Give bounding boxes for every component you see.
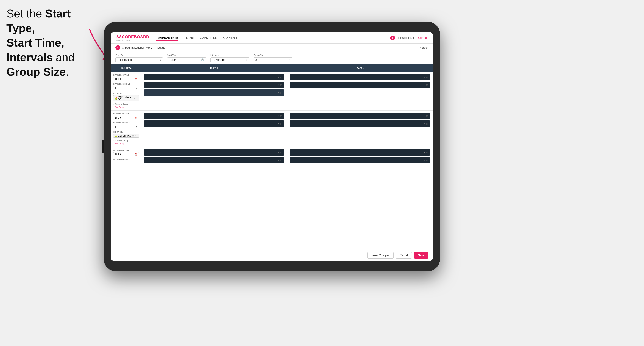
chevron-down-icon: ▾	[160, 59, 161, 61]
tab-teams[interactable]: TEAMS	[184, 35, 194, 40]
reset-changes-button[interactable]: Reset Changes	[368, 252, 394, 259]
bottom-bar: Reset Changes Cancel Save	[111, 250, 432, 261]
breadcrumb-separator: ›	[153, 46, 154, 49]
starting-time-value-3: 10:20	[115, 153, 121, 156]
intervals-select[interactable]: 10 Minutes ▾	[210, 57, 249, 62]
course-icon-2: ⛳	[114, 135, 117, 137]
player-row: ✕ ◻	[144, 74, 284, 80]
course-chevron-2: ▾	[135, 135, 136, 137]
player-remove-icon[interactable]: ✕ ◻	[278, 151, 282, 154]
player-remove-icon[interactable]: ✕ ◻	[278, 76, 282, 78]
cancel-button[interactable]: Cancel	[396, 252, 412, 259]
course-remove-1[interactable]: ✕	[134, 97, 136, 99]
nav-bar: SSCOREBOARD Powered by clippd TOURNAMENT…	[111, 32, 432, 43]
course-badge-1: ⛳ (A) Peachtree GC ✕ ▾	[113, 95, 139, 101]
start-time-field: Start Time 10:00 🕙	[167, 54, 206, 62]
player-row: ✕ ◻	[144, 89, 284, 96]
tablet-screen: SSCOREBOARD Powered by clippd TOURNAMENT…	[111, 32, 432, 261]
group-size-value: 3	[256, 58, 257, 61]
tablet-frame: SSCOREBOARD Powered by clippd TOURNAMENT…	[104, 21, 440, 271]
table-row: STARTING TIME: 10:00 ⏰ STARTING HOLE: 1 …	[111, 72, 432, 111]
remove-group-1[interactable]: ○ Remove Group	[113, 103, 139, 105]
logo-text: SSCOREBOARD	[116, 35, 149, 39]
chevron-down-icon-2: ▾	[246, 59, 247, 61]
starting-time-value-2: 10:10	[115, 117, 121, 119]
tee-time-col-3: STARTING TIME: 10:20 ⏰ STARTING HOLE:	[111, 147, 141, 173]
player-row: ✕ ◻	[290, 82, 430, 88]
nav-tabs: TOURNAMENTS TEAMS COMMITTEE RANKINGS	[156, 35, 390, 40]
instruction-bold3: Intervals	[6, 51, 53, 64]
player-remove-icon[interactable]: ✕ ◻	[424, 151, 428, 154]
starting-time-label-3: STARTING TIME:	[113, 149, 139, 151]
starting-hole-select-1[interactable]: 1 ▾	[113, 86, 139, 90]
player-remove-icon[interactable]: ✕ ◻	[424, 159, 428, 161]
tournament-name[interactable]: Clippd Invitational (Mo...	[122, 46, 152, 49]
player-row: ✕ ◻	[144, 149, 284, 156]
player-remove-icon[interactable]: ✕ ◻	[278, 159, 282, 161]
team1-col-1: ✕ ◻ ✕ ◻ ✕ ◻	[141, 72, 287, 110]
table-row: STARTING TIME: 10:20 ⏰ STARTING HOLE: ✕ …	[111, 147, 432, 173]
table-row: STARTING TIME: 10:10 ⏰ STARTING HOLE: 1 …	[111, 111, 432, 147]
intervals-field: Intervals 10 Minutes ▾	[210, 54, 249, 62]
starting-hole-select-2[interactable]: 1 ▾	[113, 125, 139, 129]
sign-out-link[interactable]: Sign out	[418, 36, 428, 39]
chevron-down-icon-hole-2: ▾	[136, 126, 138, 128]
player-remove-icon[interactable]: ✕ ◻	[278, 84, 282, 86]
starting-hole-label-1: STARTING HOLE:	[113, 83, 139, 85]
tab-committee[interactable]: COMMITTEE	[200, 35, 216, 40]
remove-group-icon-1: ○	[113, 103, 114, 105]
add-group-1[interactable]: + Add Group	[113, 106, 139, 108]
tab-tournaments[interactable]: TOURNAMENTS	[156, 35, 178, 40]
start-time-label: Start Time	[167, 54, 206, 56]
start-type-select[interactable]: 1st Tee Start ▾	[116, 57, 163, 62]
intervals-label: Intervals	[210, 54, 249, 56]
player-remove-icon[interactable]: ✕ ◻	[278, 92, 282, 94]
instruction-text: Set the Start Type, Start Time, Interval…	[6, 6, 97, 79]
course-label-1: COURSE:	[113, 92, 139, 94]
add-group-2[interactable]: + Add Group	[113, 142, 139, 145]
remove-group-icon-2: ○	[113, 139, 114, 142]
starting-time-label-2: STARTING TIME:	[113, 113, 139, 115]
player-remove-icon[interactable]: ✕ ◻	[278, 115, 282, 117]
starting-time-input-1[interactable]: 10:00 ⏰	[113, 77, 139, 81]
player-remove-icon[interactable]: ✕ ◻	[278, 123, 282, 125]
logo-sub: Powered by clippd	[116, 39, 149, 41]
start-time-select[interactable]: 10:00 🕙	[167, 57, 206, 62]
starting-hole-value-2: 1	[115, 126, 116, 128]
start-type-value: 1st Tee Start	[117, 58, 132, 61]
player-remove-icon[interactable]: ✕ ◻	[424, 76, 428, 78]
player-remove-icon[interactable]: ✕ ◻	[424, 84, 428, 86]
instruction-line1: Set the Start Type,	[6, 7, 71, 34]
player-row: ✕ ◻	[144, 82, 284, 88]
starting-hole-label-3: STARTING HOLE:	[113, 158, 139, 160]
breadcrumb-logo: C	[116, 45, 120, 50]
player-row: ✕ ◻	[290, 120, 430, 127]
settings-row: Start Type 1st Tee Start ▾ Start Time 10…	[111, 52, 432, 64]
start-time-value: 10:00	[169, 58, 176, 61]
clock-icon-1: ⏰	[135, 78, 138, 80]
user-email: blair@clippd.io	[397, 36, 414, 39]
group-size-select[interactable]: 3 ▾	[254, 57, 292, 62]
starting-time-input-2[interactable]: 10:10 ⏰	[113, 116, 139, 120]
player-row: ✕ ◻	[290, 74, 430, 80]
instruction-bold4: Group Size	[6, 65, 66, 78]
remove-group-2[interactable]: ○ Remove Group	[113, 139, 139, 142]
back-link[interactable]: < Back	[420, 46, 428, 49]
player-row: ✕ ◻	[290, 149, 430, 156]
starting-hole-label-2: STARTING HOLE:	[113, 122, 139, 124]
instruction-bold2: Start Time,	[6, 36, 64, 49]
nav-right: B blair@clippd.io | Sign out	[390, 35, 428, 40]
tab-rankings[interactable]: RANKINGS	[223, 35, 237, 40]
player-remove-icon[interactable]: ✕ ◻	[424, 123, 428, 125]
starting-time-input-3[interactable]: 10:20 ⏰	[113, 152, 139, 157]
player-remove-icon[interactable]: ✕ ◻	[424, 115, 428, 117]
course-remove-2[interactable]: ✕	[132, 135, 134, 137]
instruction-rest4: .	[66, 65, 68, 78]
clock-icon: 🕙	[201, 58, 204, 61]
table-header: Tee Time Team 1 Team 2	[111, 64, 432, 72]
instruction-bold1: Start Type,	[6, 7, 71, 34]
nav-separator: |	[416, 36, 416, 39]
save-button[interactable]: Save	[414, 252, 428, 259]
nav-logo: SSCOREBOARD Powered by clippd	[116, 35, 149, 41]
tee-time-col-2: STARTING TIME: 10:10 ⏰ STARTING HOLE: 1 …	[111, 111, 141, 147]
